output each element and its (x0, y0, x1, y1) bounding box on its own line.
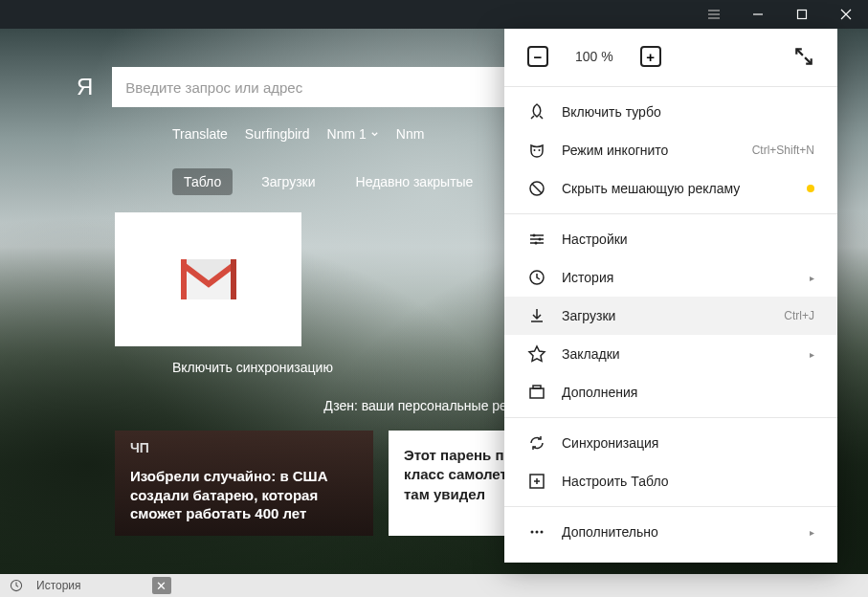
yandex-logo[interactable]: Я (77, 74, 93, 100)
tab-downloads[interactable]: Загрузки (250, 168, 326, 195)
add-tile-icon (527, 472, 546, 491)
statusbar: История ✕ (0, 574, 868, 597)
main-menu: − 100 % + Включить турбо Режим инкогнито… (504, 29, 837, 563)
svg-rect-3 (231, 259, 236, 299)
statusbar-history-label[interactable]: История (36, 579, 81, 592)
svg-point-4 (534, 149, 536, 151)
gmail-icon (181, 259, 236, 299)
sync-icon (527, 433, 546, 453)
sliders-icon (527, 230, 546, 249)
menu-downloads[interactable]: Загрузки Ctrl+J (504, 297, 837, 335)
svg-rect-2 (181, 259, 187, 299)
tile-gmail[interactable] (115, 212, 301, 346)
svg-point-14 (531, 531, 534, 534)
menu-more[interactable]: Дополнительно ▸ (504, 513, 837, 551)
extensions-icon (527, 383, 546, 402)
nav-translate[interactable]: Translate (172, 126, 228, 142)
tab-recent[interactable]: Недавно закрытые (345, 168, 485, 195)
svg-point-15 (536, 531, 539, 534)
mask-icon (527, 141, 546, 160)
menu-customize-tablo[interactable]: Настроить Табло (504, 462, 837, 500)
nav-nnm[interactable]: Nnm (396, 126, 425, 142)
download-icon (527, 306, 546, 325)
history-icon (527, 268, 546, 287)
card-source-icon: ЧП (130, 440, 149, 455)
rocket-icon (527, 102, 546, 122)
window-close-button[interactable] (824, 0, 868, 29)
clock-icon (10, 579, 23, 592)
chevron-right-icon: ▸ (810, 349, 814, 360)
menu-history[interactable]: История ▸ (504, 258, 837, 297)
window-minimize-button[interactable] (736, 0, 780, 29)
window-titlebar (0, 0, 868, 29)
nav-surfingbird[interactable]: Surfingbird (245, 126, 310, 142)
menu-bookmarks[interactable]: Закладки ▸ (504, 335, 837, 373)
menu-sync[interactable]: Синхронизация (504, 424, 837, 462)
star-icon (527, 344, 546, 364)
window-maximize-button[interactable] (780, 0, 824, 29)
chevron-right-icon: ▸ (810, 527, 814, 538)
svg-point-5 (539, 149, 541, 151)
zoom-out-button[interactable]: − (527, 46, 548, 67)
svg-point-7 (533, 234, 536, 237)
more-icon (527, 522, 546, 542)
card-title: Изобрели случайно: в США создали батарею… (130, 467, 358, 523)
tab-tablo[interactable]: Табло (172, 168, 233, 195)
block-icon (527, 179, 546, 198)
menu-hamburger-button[interactable] (692, 0, 736, 29)
fullscreen-button[interactable] (793, 46, 814, 67)
chevron-right-icon: ▸ (810, 273, 814, 283)
statusbar-close-button[interactable]: ✕ (152, 577, 171, 594)
svg-point-8 (539, 238, 542, 241)
svg-rect-12 (533, 386, 541, 388)
zoom-value: 100 % (575, 49, 613, 64)
notification-dot (807, 185, 814, 192)
menu-extensions[interactable]: Дополнения (504, 373, 837, 411)
zoom-in-button[interactable]: + (640, 46, 661, 67)
svg-point-16 (541, 531, 544, 534)
nav-nnm1[interactable]: Nnm 1 (327, 126, 379, 142)
menu-turbo[interactable]: Включить турбо (504, 93, 837, 131)
menu-incognito[interactable]: Режим инкогнито Ctrl+Shift+N (504, 131, 837, 169)
svg-rect-11 (530, 388, 544, 398)
menu-settings[interactable]: Настройки (504, 220, 837, 258)
menu-hide-ads[interactable]: Скрыть мешающую рекламу (504, 169, 837, 208)
svg-rect-0 (798, 11, 807, 19)
svg-point-9 (535, 242, 538, 245)
news-card-1[interactable]: ЧП Изобрели случайно: в США создали бата… (115, 431, 373, 536)
